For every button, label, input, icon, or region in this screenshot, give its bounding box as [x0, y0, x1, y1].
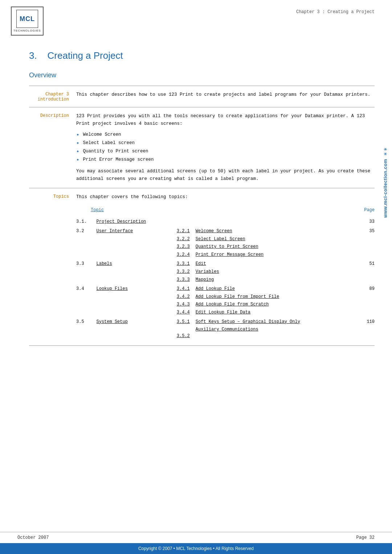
logo: MCL TECHNOLOGIES [11, 7, 44, 36]
toc-title-31: Project Description [96, 217, 176, 226]
toc-table: 3.1. Project Description 33 3.2 User Int… [76, 217, 375, 340]
overview-heading: Overview [29, 71, 375, 79]
toc-sub-num-351: 3.5.1 [177, 318, 190, 326]
right-sidebar: ∗∗ www.mcl-collection.com [378, 73, 392, 218]
toc-sub-num-342: 3.4.2 [177, 293, 190, 301]
toc-sub-num-341: 3.4.1 [177, 285, 190, 293]
toc-sub-35: 3.5.1 3.5.2 Soft Keys Setup – Graphical … [177, 317, 363, 340]
chapter-number: 3. [29, 50, 37, 61]
intro-row: Chapter 3 introduction This chapter desc… [29, 86, 375, 107]
main-content: 3. Creating a Project Overview Chapter 3… [0, 36, 392, 375]
toc-num-32: 3.2 [76, 226, 96, 259]
toc-num-31: 3.1. [76, 217, 96, 226]
additional-text: You may associate several additional scr… [76, 168, 375, 183]
toc-sub-num-322: 3.2.2 [177, 235, 190, 243]
page-header: MCL TECHNOLOGIES Chapter 3 : Creating a … [0, 0, 392, 36]
toc-sub-34: 3.4.1 3.4.2 3.4.3 3.4.4 Add Lookup File … [177, 284, 363, 316]
toc-title-34: Lookup Files [96, 284, 176, 316]
toc-sub-item-341: Add Lookup File [196, 285, 279, 293]
toc-entry-33: 3.3 Labels 3.3.1 3.3.2 3.3.3 [76, 259, 375, 284]
toc-sub-num-323: 3.2.3 [177, 243, 190, 251]
page-footer: October 2007 Page 32 Copyright © 2007 • … [0, 532, 392, 554]
toc-sub-item-331: Edit [196, 260, 219, 268]
toc-num-34: 3.4 [76, 284, 96, 316]
toc-col-topic: Topic [91, 206, 240, 216]
toc-sub-num-324: 3.2.4 [177, 251, 190, 259]
footer-page: Page 32 [356, 535, 375, 540]
topics-row: Topics This chapter covers the following… [29, 188, 375, 346]
toc-entry-31: 3.1. Project Description 33 [76, 217, 375, 226]
toc-sub-num-333: 3.3.3 [177, 276, 190, 284]
toc-col-page: Page [269, 206, 375, 216]
topics-label: Topics [29, 193, 76, 199]
toc-sub-item-342: Add Lookup File from Import File [196, 293, 279, 301]
description-content: 123 Print provides you with all the tool… [76, 112, 375, 183]
intro-text: This chapter describes how to use 123 Pr… [76, 91, 375, 99]
toc-sub-num-331: 3.3.1 [177, 260, 190, 268]
toc-sub-32: 3.2.1 3.2.2 3.2.3 3.2.4 Welcome Screen S… [177, 226, 363, 259]
chapter-title: 3. Creating a Project [29, 50, 375, 61]
bullet-label-3: Quantity to Print screen [83, 148, 148, 155]
bullet-label-1: Welcome Screen [83, 131, 121, 139]
topics-content: This chapter covers the following topics… [76, 193, 375, 340]
bullet-print-error: ✦ Print Error Message screen [76, 156, 375, 164]
description-label: Description [29, 112, 76, 118]
toc-sub-item-322: Select Label Screen [196, 235, 264, 243]
bullet-quantity: ✦ Quantity to Print screen [76, 148, 375, 155]
toc-sub-num-344: 3.4.4 [177, 309, 190, 317]
toc-page-35: 110 [363, 317, 375, 340]
sidebar-dots: ∗∗ [381, 147, 389, 157]
toc-sub-item-323: Quantity to Print Screen [196, 243, 264, 251]
toc-page-32: 35 [363, 226, 375, 259]
toc-sub-num-343: 3.4.3 [177, 301, 190, 309]
logo-subtext: TECHNOLOGIES [13, 29, 41, 32]
toc-page-33: 51 [363, 259, 375, 284]
toc-page-34: 89 [363, 284, 375, 316]
bullet-welcome: ✦ Welcome Screen [76, 131, 375, 139]
toc-entry-32: 3.2 User Interface 3.2.1 3.2.2 3.2.3 3.2… [76, 226, 375, 259]
footer-date: October 2007 [17, 535, 49, 540]
toc-num-33: 3.3 [76, 259, 96, 284]
bullet-label-4: Print Error Message screen [83, 156, 154, 164]
sidebar-url: www.mcl-collection.com [383, 159, 388, 218]
bullet-select-label: ✦ Select Label screen [76, 139, 375, 147]
toc-entry-34: 3.4 Lookup Files 3.4.1 3.4.2 3.4.3 3.4.4 [76, 284, 375, 316]
bullet-star-3: ✦ [76, 148, 79, 155]
content-section: Chapter 3 introduction This chapter desc… [29, 86, 375, 346]
toc-sub-item-344: Edit Lookup File Data [196, 309, 279, 317]
toc-sub-item-333: Mapping [196, 276, 219, 284]
toc-title-33: Labels [96, 259, 176, 284]
toc-sub-item-352: Auxiliary Communications [196, 326, 300, 334]
topics-intro-text: This chapter covers the following topics… [76, 193, 375, 201]
bullet-star-1: ✦ [76, 131, 79, 139]
toc-sub-num-321: 3.2.1 [177, 227, 190, 235]
toc-sub-item-332: Variables [196, 268, 219, 276]
toc-sub-item-351: Soft Keys Setup – Graphical Display Only [196, 318, 300, 326]
toc-sub-item-321: Welcome Screen [196, 227, 264, 235]
toc-entry-35: 3.5 System Setup 3.5.1 3.5.2 [76, 317, 375, 340]
toc-num-35: 3.5 [76, 317, 96, 340]
intro-label: Chapter 3 introduction [29, 91, 76, 102]
toc-header: Topic Page [76, 206, 375, 216]
toc-page-31: 33 [363, 217, 375, 226]
footer-copyright: Copyright © 2007 • MCL Technologies • Al… [0, 543, 392, 554]
logo-letters: MCL [16, 10, 38, 28]
description-text: 123 Print provides you with all the tool… [76, 112, 375, 128]
toc-sub-num-353: 3.5.2 [177, 332, 190, 340]
toc-title-35: System Setup [96, 317, 176, 340]
toc-sub-33: 3.3.1 3.3.2 3.3.3 Edit Variables Mapping [177, 259, 363, 284]
toc-sub-31 [177, 217, 363, 226]
bullet-star-2: ✦ [76, 139, 79, 147]
bullet-label-2: Select Label screen [83, 139, 135, 147]
toc-sub-item-343: Add Lookup File from Scratch [196, 301, 279, 309]
bullet-star-4: ✦ [76, 156, 79, 164]
toc-sub-item-324: Print Error Message Screen [196, 251, 264, 259]
description-row: Description 123 Print provides you with … [29, 107, 375, 188]
header-chapter-ref: Chapter 3 : Creating a Project [296, 7, 375, 15]
page: MCL TECHNOLOGIES Chapter 3 : Creating a … [0, 0, 392, 554]
footer-top: October 2007 Page 32 [0, 532, 392, 543]
chapter-title-text: Creating a Project [48, 50, 123, 61]
toc-title-32: User Interface [96, 226, 176, 259]
toc-sub-num-332: 3.3.2 [177, 268, 190, 276]
